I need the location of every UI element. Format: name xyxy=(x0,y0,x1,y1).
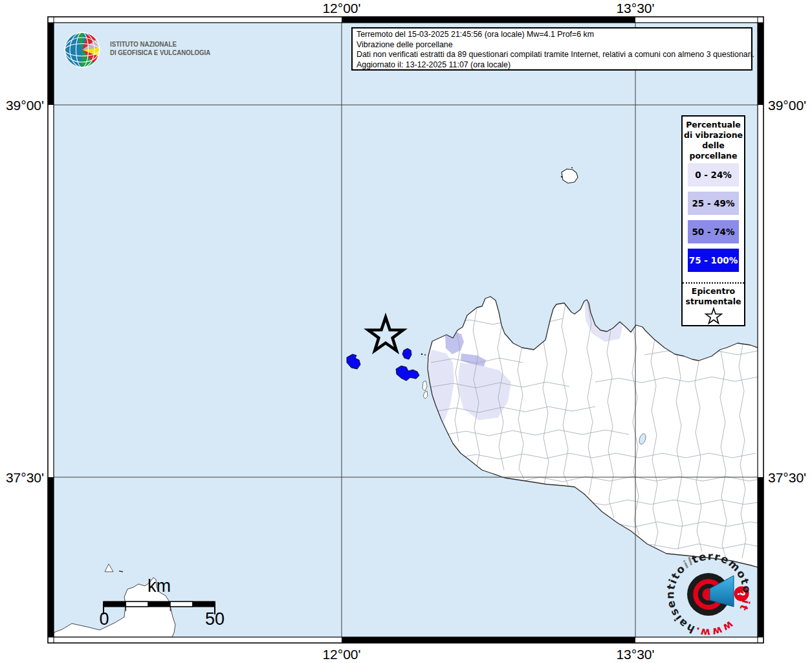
legend-box: Percentuale di vibrazione delle porcella… xyxy=(681,115,745,326)
ingv-wordmark-line1: ISTITUTO NAZIONALE xyxy=(110,40,210,49)
last-updated: Aggiornato il: 13-12-2025 11:07 (ora loc… xyxy=(357,60,751,71)
legend-class-label: 25 - 49% xyxy=(692,198,734,208)
islet-dot xyxy=(561,176,562,177)
axis-label-bottom-lon2: 13°30' xyxy=(606,647,664,662)
legend-class-75-100: 75 - 100% xyxy=(688,249,739,272)
legend-class-50-74: 50 - 74% xyxy=(688,220,739,243)
legend-epicenter-label: Epicentro strumentale xyxy=(683,286,744,307)
map-canvas: ? www.haisentitoilterremoto.it xyxy=(0,0,812,663)
legend-class-label: 75 - 100% xyxy=(689,255,738,265)
legend-title: Percentuale di vibrazione delle porcella… xyxy=(683,120,744,161)
axis-label-top-lon1: 12°00' xyxy=(313,1,371,16)
legend-class-label: 0 - 24% xyxy=(695,170,732,180)
legend-class-label: 50 - 74% xyxy=(692,227,734,237)
map-subject: Vibrazione delle porcellane xyxy=(357,40,751,51)
scalebar-start-label: 0 xyxy=(94,609,114,629)
axis-label-left-lat1: 39°00' xyxy=(0,98,44,113)
ingv-wordmark-line2: DI GEOFISICA E VULCANOLOGIA xyxy=(110,49,210,57)
axis-label-right-lat2: 37°30' xyxy=(768,470,806,486)
legend-class-0-24: 0 - 24% xyxy=(688,163,739,186)
axis-label-right-lat1: 39°00' xyxy=(768,98,806,113)
axis-label-top-lon2: 13°30' xyxy=(606,1,664,16)
haisentito-map-page: ? www.haisentitoilterremoto.it 1 xyxy=(0,0,812,663)
legend-class-25-49: 25 - 49% xyxy=(688,192,739,215)
data-disclaimer: Dati non verificati estratti da 89 quest… xyxy=(357,50,751,60)
ingv-wordmark: ISTITUTO NAZIONALE DI GEOFISICA E VULCAN… xyxy=(110,40,210,57)
islet-dot xyxy=(421,354,423,355)
scalebar-unit-label: km xyxy=(139,576,179,596)
event-summary: Terremoto del 15-03-2025 21:45:56 (ora l… xyxy=(357,30,751,40)
islet-dash xyxy=(119,571,123,572)
islet-dot xyxy=(571,167,573,168)
axis-label-bottom-lon1: 12°00' xyxy=(313,647,371,662)
legend-star-icon xyxy=(704,307,723,326)
islet-dot xyxy=(424,354,426,355)
earthquake-info-box: Terremoto del 15-03-2025 21:45:56 (ora l… xyxy=(351,27,752,71)
legend-divider xyxy=(683,282,744,284)
ingv-logo-globe xyxy=(65,32,100,67)
scalebar-end-label: 50 xyxy=(199,609,230,629)
axis-label-left-lat2: 37°30' xyxy=(0,470,44,486)
